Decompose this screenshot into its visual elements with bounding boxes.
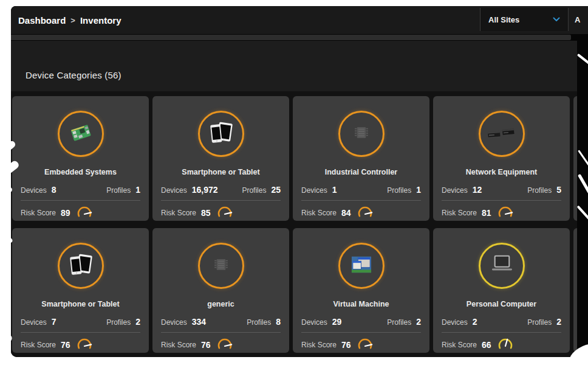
devices-value: 16,972 <box>192 185 218 195</box>
device-ring <box>58 243 104 289</box>
risk-score-row: Risk Score 76 <box>12 338 149 352</box>
risk-score-row: Risk Score 89 <box>12 206 149 220</box>
card-title: Embedded Systems <box>12 168 149 176</box>
chevron-down-icon <box>553 17 560 22</box>
device-category-card[interactable]: Embedded Systems Devices 8 Profiles 1 Ri… <box>12 96 149 221</box>
profiles-value: 2 <box>556 317 561 327</box>
risk-score-row: Risk Score 76 <box>152 338 289 352</box>
devices-value: 1 <box>332 185 337 195</box>
decorative-slash <box>0 271 11 283</box>
card-divider <box>442 332 561 333</box>
card-stats: Devices 16,972 Profiles 25 <box>152 185 289 195</box>
profiles-label: Profiles <box>242 186 266 195</box>
device-category-card[interactable]: Virtual Machine Devices 29 Profiles 2 Ri… <box>293 228 429 353</box>
app-window: Dashboard > Inventory All Sites A Device… <box>11 6 588 357</box>
risk-score-value: 81 <box>482 208 491 218</box>
devices-stat: Devices 7 <box>21 317 56 327</box>
profiles-label: Profiles <box>106 318 131 327</box>
profiles-label: Profiles <box>527 186 552 195</box>
device-ring <box>338 243 385 289</box>
device-category-card[interactable]: Personal Computer Devices 2 Profiles 2 R… <box>433 228 570 353</box>
cards-row-2: Smartphone or Tablet Devices 7 Profiles … <box>12 228 577 353</box>
profiles-stat: Profiles 2 <box>527 317 561 327</box>
risk-gauge-icon <box>77 206 93 220</box>
card-stats: Devices 29 Profiles 2 <box>293 317 429 327</box>
risk-score-label: Risk Score <box>442 209 477 217</box>
risk-gauge-icon <box>357 338 374 352</box>
partial-card[interactable] <box>573 96 577 221</box>
partial-toolbar-control[interactable]: A <box>570 8 588 31</box>
partial-card[interactable] <box>573 228 577 353</box>
risk-gauge-icon <box>357 206 374 220</box>
section-title: Device Categories (56) <box>26 70 121 80</box>
devices-stat: Devices 2 <box>442 317 477 327</box>
devices-value: 334 <box>192 317 206 327</box>
devices-value: 12 <box>473 185 482 195</box>
smartphone-tablet-icon <box>208 120 234 145</box>
risk-score-value: 66 <box>482 340 491 350</box>
profiles-stat: Profiles 25 <box>242 185 281 195</box>
card-title: Virtual Machine <box>293 300 429 308</box>
profiles-value: 5 <box>556 185 561 195</box>
cards-grid: Embedded Systems Devices 8 Profiles 1 Ri… <box>11 91 577 357</box>
virtual-machine-icon <box>349 254 374 275</box>
device-ring <box>479 243 525 289</box>
devices-label: Devices <box>301 186 327 195</box>
card-stats: Devices 8 Profiles 1 <box>12 185 149 195</box>
card-stats: Devices 12 Profiles 5 <box>433 185 570 195</box>
risk-score-row: Risk Score 85 <box>152 206 289 220</box>
risk-score-label: Risk Score <box>301 341 337 349</box>
profiles-label: Profiles <box>527 318 552 327</box>
card-stats: Devices 7 Profiles 2 <box>12 317 149 327</box>
profiles-value: 2 <box>135 317 140 327</box>
devices-stat: Devices 16,972 <box>161 185 218 195</box>
breadcrumb-item-dashboard[interactable]: Dashboard <box>18 15 66 26</box>
risk-score-value: 89 <box>61 208 70 218</box>
devices-value: 8 <box>52 185 56 195</box>
devices-label: Devices <box>301 318 327 327</box>
profiles-stat: Profiles 1 <box>106 185 140 195</box>
devices-stat: Devices 334 <box>161 317 206 327</box>
device-category-card[interactable]: Smartphone or Tablet Devices 7 Profiles … <box>12 228 149 353</box>
profiles-label: Profiles <box>106 186 131 195</box>
card-divider <box>21 332 140 333</box>
risk-score-value: 85 <box>201 208 211 218</box>
device-category-card[interactable]: Network Equipment Devices 12 Profiles 5 … <box>433 96 570 221</box>
risk-score-label: Risk Score <box>161 341 196 349</box>
risk-score-value: 76 <box>201 340 211 350</box>
card-stats: Devices 2 Profiles 2 <box>433 317 570 327</box>
card-title: Smartphone or Tablet <box>152 168 289 176</box>
circuit-board-icon <box>67 120 94 145</box>
content-area: Device Categories (56) Embedded Systems … <box>11 41 577 357</box>
device-ring <box>198 111 244 157</box>
devices-stat: Devices 8 <box>21 185 56 195</box>
chip-icon <box>209 252 233 277</box>
profiles-label: Profiles <box>387 318 411 327</box>
risk-score-label: Risk Score <box>161 209 196 217</box>
risk-score-value: 76 <box>341 340 351 350</box>
collapsed-panel-bar <box>11 35 571 40</box>
site-selector-dropdown[interactable]: All Sites <box>480 8 569 31</box>
cards-row-1: Embedded Systems Devices 8 Profiles 1 Ri… <box>12 96 577 221</box>
profiles-value: 8 <box>276 317 281 327</box>
devices-stat: Devices 12 <box>442 185 482 195</box>
risk-score-label: Risk Score <box>301 209 337 217</box>
smartphone-tablet-icon <box>67 252 94 277</box>
card-title: Personal Computer <box>433 300 570 308</box>
card-divider <box>442 200 561 201</box>
risk-gauge-icon <box>497 206 514 220</box>
device-category-card[interactable]: Industrial Controller Devices 1 Profiles… <box>293 96 429 221</box>
risk-score-value: 76 <box>61 340 70 350</box>
device-category-card[interactable]: generic Devices 334 Profiles 8 Risk Scor… <box>152 228 289 353</box>
device-category-card[interactable]: Smartphone or Tablet Devices 16,972 Prof… <box>152 96 289 221</box>
risk-score-row: Risk Score 81 <box>433 206 570 220</box>
breadcrumb-item-inventory[interactable]: Inventory <box>80 15 121 26</box>
card-divider <box>21 200 140 201</box>
site-selector-label: All Sites <box>488 15 519 24</box>
risk-score-label: Risk Score <box>21 209 56 217</box>
chip-icon <box>349 120 374 145</box>
laptop-icon <box>488 254 515 275</box>
profiles-value: 2 <box>416 317 421 327</box>
devices-value: 29 <box>332 317 342 327</box>
card-stats: Devices 334 Profiles 8 <box>152 317 289 327</box>
